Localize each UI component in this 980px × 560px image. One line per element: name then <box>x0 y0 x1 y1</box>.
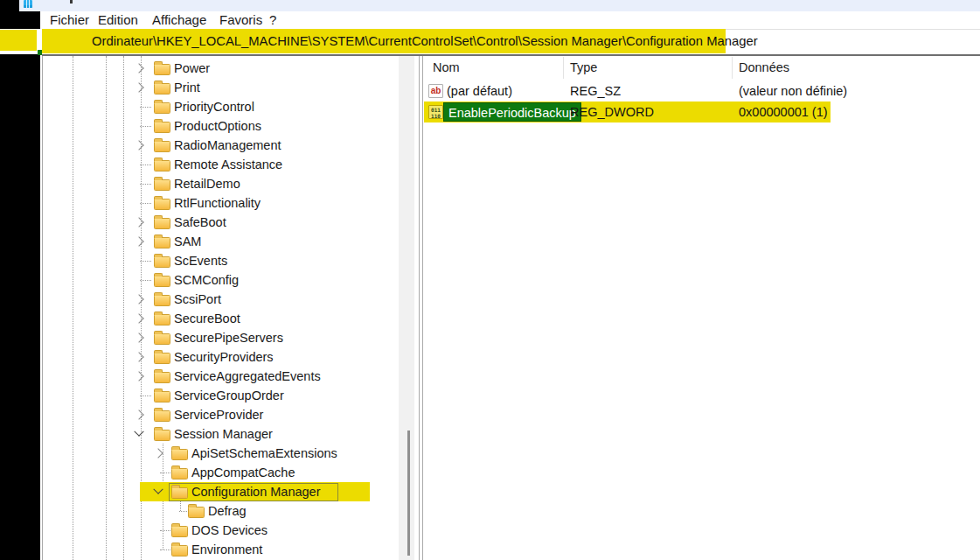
tree-item-securepipeservers[interactable]: SecurePipeServers <box>43 328 410 347</box>
tree-item-label: Power <box>174 59 210 78</box>
folder-icon <box>171 468 188 480</box>
tree-item-label: Defrag <box>208 501 247 521</box>
address-bar-input[interactable]: Ordinateur\HKEY_LOCAL_MACHINE\SYSTEM\Cur… <box>92 29 758 53</box>
tree-item-label: SecurePipeServers <box>174 328 283 347</box>
folder-icon <box>154 122 170 133</box>
tree-connector <box>160 472 170 473</box>
folder-icon <box>154 237 170 248</box>
chevron-right-icon[interactable] <box>134 82 143 92</box>
tree-item-scsiport[interactable]: ScsiPort <box>43 290 410 309</box>
tree-connector <box>140 184 151 185</box>
tree-item-apisetschemaextensions[interactable]: ApiSetSchemaExtensions <box>43 444 410 463</box>
tree-item-label: Configuration Manager <box>191 482 321 501</box>
folder-icon <box>154 179 170 191</box>
pane-splitter[interactable] <box>419 56 420 560</box>
tree-item-prioritycontrol[interactable]: PriorityControl <box>43 97 410 116</box>
tree-item-label: SAM <box>174 232 201 251</box>
tree-connector <box>179 511 187 512</box>
tree-connector <box>140 261 151 262</box>
tree-item-serviceprovider[interactable]: ServiceProvider <box>43 405 410 424</box>
annotation-highlight-left <box>0 30 37 51</box>
chevron-right-icon[interactable] <box>134 410 143 419</box>
value-row-enableperiodicbackup[interactable]: 011110EnablePeriodicBackupREG_DWORD0x000… <box>423 102 980 122</box>
tree-item-scmconfig[interactable]: SCMConfig <box>43 270 410 290</box>
menu-edition[interactable]: Edition <box>98 11 138 29</box>
tree-item-power[interactable]: Power <box>43 59 410 78</box>
chevron-right-icon[interactable] <box>134 332 143 342</box>
column-header-donnees[interactable]: Données <box>739 56 789 80</box>
tree-item-label: ApiSetSchemaExtensions <box>191 444 337 463</box>
chevron-right-icon[interactable] <box>134 313 143 323</box>
tree-connector <box>160 530 170 531</box>
tree-connector <box>160 550 170 550</box>
folder-icon <box>171 487 188 499</box>
column-separator[interactable] <box>732 57 733 79</box>
redaction-block-top <box>0 0 19 11</box>
tree-item-dos-devices[interactable]: DOS Devices <box>43 521 410 540</box>
registry-app-icon <box>24 0 32 8</box>
tree-item-securityproviders[interactable]: SecurityProviders <box>43 347 410 367</box>
folder-icon <box>154 64 170 75</box>
address-bar-border <box>726 29 980 30</box>
tree-item-session-manager[interactable]: Session Manager <box>43 424 410 444</box>
menu-fichier[interactable]: Fichier <box>50 11 89 29</box>
tree-item-label: DOS Devices <box>191 521 268 540</box>
folder-icon <box>154 199 170 210</box>
tree-item-label: SCMConfig <box>174 270 239 290</box>
tree-item-label: ServiceProvider <box>174 405 263 424</box>
folder-icon <box>154 276 170 287</box>
value-name: (par défaut) <box>447 80 512 102</box>
chevron-right-icon[interactable] <box>153 448 163 458</box>
folder-icon <box>154 430 170 441</box>
tree-item-rtlfunctionality[interactable]: RtlFunctionality <box>43 193 410 213</box>
chevron-right-icon[interactable] <box>134 352 143 361</box>
tree-item-label: ScEvents <box>174 251 227 270</box>
tree-item-productoptions[interactable]: ProductOptions <box>43 116 410 136</box>
chevron-right-icon[interactable] <box>134 140 143 150</box>
value-row-par-d-faut[interactable]: ab(par défaut)REG_SZ(valeur non définie) <box>423 80 980 102</box>
menu-favoris[interactable]: Favoris <box>219 11 262 29</box>
tree-item-print[interactable]: Print <box>43 78 410 97</box>
menu-help[interactable]: ? <box>269 11 276 29</box>
chevron-right-icon[interactable] <box>134 371 143 381</box>
tree-item-remote-assistance[interactable]: Remote Assistance <box>43 155 410 174</box>
column-header-type[interactable]: Type <box>570 56 597 80</box>
tree-item-label: RetailDemo <box>174 174 240 193</box>
tree-item-sam[interactable]: SAM <box>43 232 410 251</box>
folder-icon <box>154 218 170 229</box>
tree-item-radiomanagement[interactable]: RadioManagement <box>43 136 410 155</box>
folder-icon <box>171 526 188 537</box>
chevron-right-icon[interactable] <box>134 217 143 227</box>
tree-item-environment[interactable]: Environment <box>43 540 410 559</box>
chevron-right-icon[interactable] <box>134 63 143 73</box>
chevron-down-icon[interactable] <box>134 427 143 437</box>
tree-scrollbar-thumb[interactable] <box>407 430 410 556</box>
column-separator[interactable] <box>563 57 564 79</box>
folder-icon <box>188 507 205 518</box>
tree-item-secureboot[interactable]: SecureBoot <box>43 309 410 328</box>
folder-icon <box>154 391 170 402</box>
tree-item-servicegrouporder[interactable]: ServiceGroupOrder <box>43 386 410 405</box>
folder-icon <box>154 353 170 364</box>
menu-affichage[interactable]: Affichage <box>152 11 206 29</box>
window-title-fragment <box>70 0 73 4</box>
value-type: REG_DWORD <box>570 102 654 122</box>
tree-scrollbar-track[interactable] <box>399 56 414 560</box>
chevron-right-icon[interactable] <box>134 294 143 304</box>
tree-item-defrag[interactable]: Defrag <box>43 501 410 521</box>
column-header-nom[interactable]: Nom <box>433 56 460 80</box>
tree-item-appcompatcache[interactable]: AppCompatCache <box>43 463 410 482</box>
tree-item-label: Remote Assistance <box>174 155 282 174</box>
list-header: Nom Type Données <box>423 56 980 80</box>
value-type: REG_SZ <box>570 80 621 102</box>
tree-item-label: ServiceGroupOrder <box>174 386 284 405</box>
tree-item-label: ServiceAggregatedEvents <box>174 367 321 386</box>
chevron-right-icon[interactable] <box>134 236 143 246</box>
value-data: 0x00000001 (1) <box>739 102 828 122</box>
value-list-pane: Nom Type Données ab(par défaut)REG_SZ(va… <box>423 56 980 560</box>
tree-item-configuration-manager[interactable]: Configuration Manager <box>43 482 410 501</box>
tree-item-safeboot[interactable]: SafeBoot <box>43 213 410 232</box>
tree-item-scevents[interactable]: ScEvents <box>43 251 410 270</box>
tree-item-retaildemo[interactable]: RetailDemo <box>43 174 410 193</box>
tree-item-serviceaggregatedevents[interactable]: ServiceAggregatedEvents <box>43 367 410 386</box>
